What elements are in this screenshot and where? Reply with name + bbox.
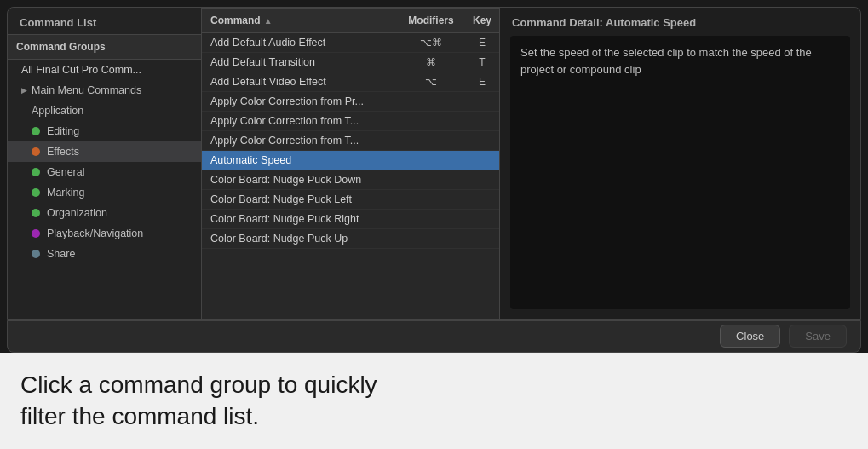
command-name: Color Board: Nudge Puck Down [202,174,397,186]
col-header-key: Key [465,14,499,26]
sidebar-item-share[interactable]: Share [8,244,201,264]
save-button[interactable]: Save [789,325,847,348]
bottom-text-area: Click a command group to quicklyfilter t… [0,353,868,449]
command-row[interactable]: Add Default Audio Effect ⌥⌘ E [202,33,499,53]
command-mod: ⌥⌘ [397,37,465,49]
sidebar-item-effects[interactable]: Effects [8,141,201,162]
command-name: Automatic Speed [202,154,397,166]
command-row[interactable]: Color Board: Nudge Puck Right [202,210,499,229]
col-header-modifiers: Modifiers [397,14,465,26]
command-mod: ⌥ [397,76,465,88]
sidebar-item-general[interactable]: General [8,162,201,182]
command-row[interactable]: Add Default Transition ⌘ T [202,53,499,72]
sidebar-item-marking[interactable]: Marking [8,182,201,203]
dot-organization [32,209,40,217]
col-command-label: Command [210,14,261,26]
command-name: Add Default Video Effect [202,76,397,88]
dot-editing [32,127,40,135]
sidebar-label-effects: Effects [47,146,79,158]
sidebar-label-playback: Playback/Navigation [47,227,143,239]
detail-content: Set the speed of the selected clip to ma… [510,36,850,309]
sidebar-label-application: Application [32,105,83,117]
command-row[interactable]: Add Default Video Effect ⌥ E [202,72,499,92]
command-name: Add Default Audio Effect [202,37,397,49]
sidebar-label-share: Share [47,248,75,260]
sidebar-list: All Final Cut Pro Comm... ▶ Main Menu Co… [8,60,201,319]
panel-title: Command List [8,8,201,34]
command-row[interactable]: Color Board: Nudge Puck Up [202,229,499,249]
detail-panel: Command Detail: Automatic Speed Set the … [500,8,860,319]
sidebar-label-organization: Organization [47,207,107,219]
sidebar-label-all-final-cut: All Final Cut Pro Comm... [21,64,193,76]
command-row[interactable]: Color Board: Nudge Puck Left [202,190,499,210]
dot-general [32,168,40,176]
command-mod: ⌘ [397,56,465,68]
button-row: Close Save [7,320,861,354]
command-name: Add Default Transition [202,56,397,68]
sidebar-item-all-final-cut[interactable]: All Final Cut Pro Comm... [8,60,201,80]
command-name: Color Board: Nudge Puck Right [202,213,397,225]
sidebar-item-main-menu[interactable]: ▶ Main Menu Commands [8,80,201,101]
sidebar-item-application[interactable]: Application [8,101,201,121]
command-row-selected[interactable]: Automatic Speed [202,151,499,170]
sidebar-item-editing[interactable]: Editing [8,121,201,141]
left-panel: Command List Command Groups All Final Cu… [8,8,202,319]
sidebar-item-playback[interactable]: Playback/Navigation [8,223,201,244]
command-panel: Command ▲ Modifiers Key Add Default Audi… [202,8,500,319]
dot-effects [32,147,40,156]
command-name: Color Board: Nudge Puck Up [202,233,397,245]
sidebar-label-editing: Editing [47,125,79,137]
command-name: Apply Color Correction from Pr... [202,95,397,107]
sort-arrow-icon: ▲ [264,16,273,26]
triangle-icon: ▶ [21,86,27,95]
command-key: E [465,37,499,49]
command-row[interactable]: Apply Color Correction from T... [202,131,499,151]
command-list-header: Command ▲ Modifiers Key [202,8,499,33]
command-list: Add Default Audio Effect ⌥⌘ E Add Defaul… [202,33,499,319]
command-row[interactable]: Apply Color Correction from Pr... [202,92,499,112]
command-name: Color Board: Nudge Puck Left [202,193,397,205]
dialog-area: Command List Command Groups All Final Cu… [7,7,861,320]
dot-share [32,250,40,258]
command-name: Apply Color Correction from T... [202,135,397,147]
command-name: Apply Color Correction from T... [202,115,397,127]
sidebar-label-main-menu: Main Menu Commands [32,84,141,96]
col-header-command: Command ▲ [202,14,397,26]
command-key: E [465,76,499,88]
command-row[interactable]: Apply Color Correction from T... [202,112,499,131]
sidebar-label-marking: Marking [47,187,84,199]
command-row[interactable]: Color Board: Nudge Puck Down [202,170,499,190]
sidebar-label-general: General [47,166,84,178]
sidebar-item-organization[interactable]: Organization [8,203,201,223]
dot-marking [32,188,40,197]
bottom-instruction-text: Click a command group to quicklyfilter t… [20,370,377,432]
close-button[interactable]: Close [720,325,780,348]
command-groups-header: Command Groups [8,34,201,60]
command-key: T [465,56,499,68]
dot-playback [32,229,40,238]
main-container: Command List Command Groups All Final Cu… [0,0,868,449]
detail-title: Command Detail: Automatic Speed [500,8,860,36]
